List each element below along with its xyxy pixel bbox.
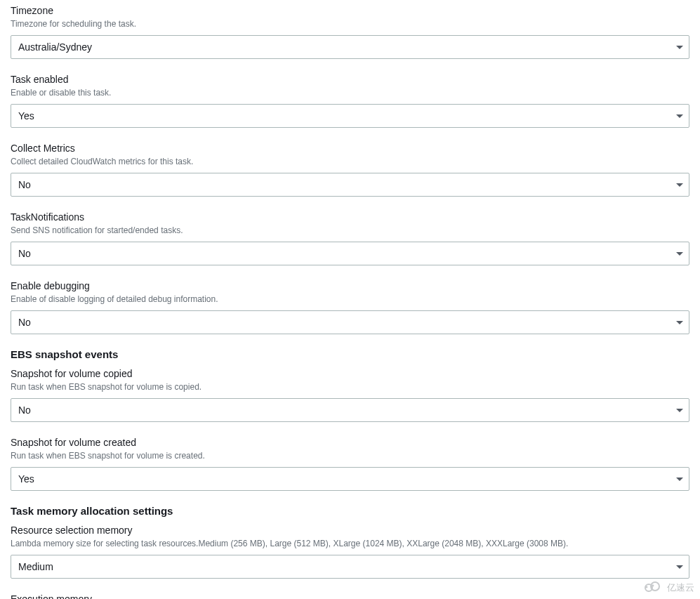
select-value-collect-metrics: No [18, 179, 31, 190]
desc-timezone: Timezone for scheduling the task. [11, 18, 689, 29]
select-task-notifications[interactable]: No [11, 242, 689, 265]
desc-task-notifications: Send SNS notification for started/ended … [11, 225, 689, 236]
desc-task-enabled: Enable or disable this task. [11, 87, 689, 98]
chevron-down-icon [676, 252, 683, 256]
svg-point-3 [652, 585, 654, 587]
label-resource-memory: Resource selection memory [11, 524, 689, 537]
select-value-task-enabled: Yes [18, 110, 34, 121]
label-execution-memory: Execution memory [11, 593, 689, 599]
svg-point-2 [646, 586, 648, 588]
select-value-snapshot-created: Yes [18, 473, 34, 485]
form-page: Timezone Timezone for scheduling the tas… [0, 0, 700, 599]
watermark-text: 亿速云 [667, 581, 694, 594]
section-ebs-snapshot-events: EBS snapshot events [11, 348, 689, 360]
chevron-down-icon [676, 565, 683, 569]
label-task-enabled: Task enabled [11, 73, 689, 86]
chevron-down-icon [676, 321, 683, 324]
cloud-icon [643, 580, 663, 595]
field-timezone: Timezone Timezone for scheduling the tas… [11, 4, 689, 59]
label-enable-debugging: Enable debugging [11, 279, 689, 292]
field-resource-memory: Resource selection memory Lambda memory … [11, 524, 689, 579]
field-task-notifications: TaskNotifications Send SNS notification … [11, 211, 689, 265]
desc-collect-metrics: Collect detailed CloudWatch metrics for … [11, 156, 689, 167]
label-task-notifications: TaskNotifications [11, 211, 689, 223]
field-collect-metrics: Collect Metrics Collect detailed CloudWa… [11, 142, 689, 197]
field-snapshot-created: Snapshot for volume created Run task whe… [11, 436, 689, 491]
select-enable-debugging[interactable]: No [11, 310, 689, 334]
select-snapshot-created[interactable]: Yes [11, 467, 689, 491]
select-snapshot-copied[interactable]: No [11, 398, 689, 422]
select-value-enable-debugging: No [18, 317, 31, 328]
label-snapshot-copied: Snapshot for volume copied [11, 367, 689, 380]
chevron-down-icon [676, 409, 683, 412]
chevron-down-icon [676, 183, 683, 187]
desc-resource-memory: Lambda memory size for selecting task re… [11, 538, 689, 549]
field-enable-debugging: Enable debugging Enable of disable loggi… [11, 279, 689, 334]
select-resource-memory[interactable]: Medium [11, 555, 689, 579]
chevron-down-icon [676, 478, 683, 481]
desc-snapshot-copied: Run task when EBS snapshot for volume is… [11, 381, 689, 393]
label-collect-metrics: Collect Metrics [11, 142, 689, 154]
select-timezone[interactable]: Australia/Sydney [11, 35, 689, 59]
select-value-task-notifications: No [18, 248, 31, 259]
section-memory-allocation: Task memory allocation settings [11, 505, 689, 517]
desc-enable-debugging: Enable of disable logging of detailed de… [11, 294, 689, 305]
select-task-enabled[interactable]: Yes [11, 104, 689, 128]
chevron-down-icon [676, 46, 683, 49]
label-snapshot-created: Snapshot for volume created [11, 436, 689, 449]
select-collect-metrics[interactable]: No [11, 173, 689, 197]
watermark: 亿速云 [643, 580, 694, 595]
desc-snapshot-created: Run task when EBS snapshot for volume is… [11, 450, 689, 461]
field-task-enabled: Task enabled Enable or disable this task… [11, 73, 689, 128]
field-snapshot-copied: Snapshot for volume copied Run task when… [11, 367, 689, 422]
label-timezone: Timezone [11, 4, 689, 17]
select-value-snapshot-copied: No [18, 404, 31, 416]
field-execution-memory: Execution memory Lambda memory size for … [11, 593, 689, 599]
chevron-down-icon [676, 114, 683, 118]
select-value-resource-memory: Medium [18, 561, 53, 572]
select-value-timezone: Australia/Sydney [18, 41, 92, 53]
